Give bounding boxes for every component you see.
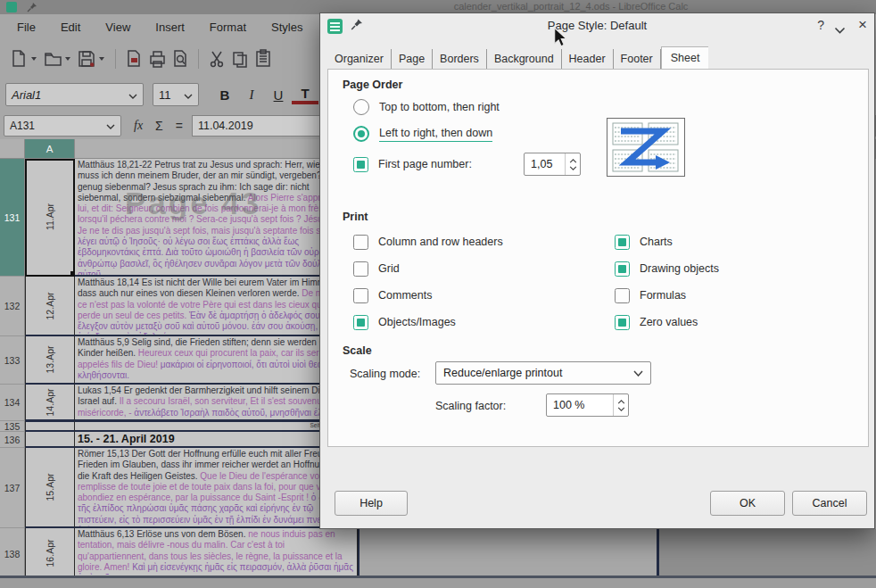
- underline-button[interactable]: U: [265, 82, 292, 107]
- sum-icon[interactable]: Σ: [155, 119, 163, 133]
- cell-b133[interactable]: Matthäus 5,9 Selig sind, die Frieden sti…: [75, 336, 358, 385]
- cell-a138[interactable]: 16.Apr: [25, 528, 75, 580]
- font-size-combo[interactable]: 11: [153, 83, 199, 106]
- function-wizard-icon[interactable]: fx: [134, 119, 143, 133]
- radio-icon[interactable]: [353, 99, 369, 115]
- menu-edit[interactable]: Edit: [51, 17, 90, 37]
- checkbox-icon[interactable]: [353, 157, 368, 172]
- checkbox-objects-images[interactable]: Objects/Images: [353, 313, 456, 331]
- menu-insert[interactable]: Insert: [145, 17, 194, 37]
- checkbox-icon[interactable]: [615, 315, 630, 330]
- cell-b135[interactable]: Seite 15 Ang: [75, 421, 358, 432]
- print-preview-icon[interactable]: [169, 47, 192, 70]
- open-dropdown-caret[interactable]: [65, 57, 70, 61]
- cut-icon[interactable]: [205, 47, 228, 70]
- print-icon[interactable]: [145, 47, 169, 70]
- cell-b131[interactable]: Matthäus 18,21-22 Petrus trat zu Jesus u…: [75, 159, 358, 277]
- checkbox-formulas[interactable]: Formulas: [615, 286, 686, 304]
- checkbox-icon[interactable]: [353, 315, 368, 330]
- tab-organizer[interactable]: Organizer: [327, 49, 392, 70]
- copy-icon[interactable]: [228, 47, 252, 70]
- checkbox-charts[interactable]: Charts: [615, 233, 673, 251]
- tab-background[interactable]: Background: [487, 49, 562, 70]
- scaling-factor-stepper[interactable]: 100 %: [546, 393, 629, 417]
- column-header-a[interactable]: A: [25, 139, 75, 159]
- ok-button[interactable]: OK: [710, 491, 785, 516]
- checkbox-comments[interactable]: Comments: [353, 286, 432, 304]
- save-icon[interactable]: [75, 47, 98, 70]
- radio-icon[interactable]: [353, 126, 369, 142]
- font-size-value: 11: [159, 88, 171, 102]
- cell-a132[interactable]: 12.Apr: [25, 277, 75, 336]
- checkbox-icon[interactable]: [615, 261, 630, 277]
- tab-borders[interactable]: Borders: [433, 49, 487, 70]
- cell-a137[interactable]: 15.Apr: [25, 448, 75, 528]
- menu-format[interactable]: Format: [200, 17, 256, 37]
- help-button[interactable]: Help: [335, 491, 408, 516]
- open-file-icon[interactable]: [41, 47, 64, 70]
- font-name-combo[interactable]: Arial1: [5, 83, 144, 106]
- row-header-138[interactable]: 138: [0, 528, 25, 580]
- cell-b132[interactable]: Matthäus 18,14 Es ist nicht der Wille be…: [75, 277, 358, 336]
- row-header-134[interactable]: 134: [0, 385, 25, 421]
- name-box[interactable]: A131: [4, 115, 121, 137]
- new-document-icon[interactable]: [7, 47, 30, 70]
- dialog-titlebar[interactable]: Page Style: Default ? ×: [320, 13, 874, 40]
- select-all-corner[interactable]: [0, 139, 25, 159]
- spinner-buttons[interactable]: [613, 394, 628, 416]
- export-pdf-icon[interactable]: [122, 47, 145, 70]
- cell-b137[interactable]: Römer 15,13 Der Gott der Hoffnung erfüll…: [75, 448, 358, 528]
- scaling-mode-select[interactable]: Reduce/enlarge printout: [435, 361, 651, 385]
- menu-file[interactable]: File: [7, 17, 45, 37]
- fill-handle[interactable]: [70, 271, 75, 276]
- row-header-135[interactable]: 135: [0, 421, 25, 432]
- italic-button[interactable]: I: [238, 82, 265, 107]
- cell-a136[interactable]: [25, 432, 75, 448]
- radio-top-to-bottom[interactable]: Top to bottom, then right: [353, 98, 500, 116]
- radio-left-to-right[interactable]: Left to right, then down: [353, 125, 492, 143]
- row-header-136[interactable]: 136: [0, 432, 25, 448]
- equals-icon[interactable]: =: [176, 119, 183, 133]
- dialog-help-icon[interactable]: ?: [817, 18, 824, 32]
- first-page-number-row[interactable]: First page number:: [353, 155, 472, 173]
- tab-page[interactable]: Page: [392, 49, 433, 70]
- tab-footer[interactable]: Footer: [614, 49, 661, 70]
- cell-a135[interactable]: [25, 421, 75, 432]
- bold-button[interactable]: B: [211, 82, 238, 107]
- shade-chevron-icon[interactable]: [834, 21, 846, 37]
- checkbox-icon[interactable]: [353, 288, 368, 303]
- save-dropdown-caret[interactable]: [99, 57, 104, 61]
- page-style-dialog: Page Style: Default ? × Organizer Page B…: [319, 12, 875, 529]
- checkbox-zero-values[interactable]: Zero values: [615, 313, 698, 331]
- tab-sheet[interactable]: Sheet: [661, 46, 709, 70]
- cell-a131[interactable]: 11.Apr: [25, 159, 75, 277]
- row-header-137[interactable]: 137: [0, 448, 25, 528]
- tab-header[interactable]: Header: [562, 49, 614, 70]
- checkbox-grid[interactable]: Grid: [353, 260, 400, 277]
- pin-icon[interactable]: [351, 18, 363, 35]
- row-header-131[interactable]: 131: [0, 159, 25, 277]
- cell-a134[interactable]: 14.Apr: [25, 385, 75, 421]
- cell-b138[interactable]: Matthäus 6,13 Erlöse uns von dem Bösen. …: [75, 528, 358, 580]
- checkbox-icon[interactable]: [353, 235, 368, 250]
- checkbox-icon[interactable]: [353, 261, 368, 277]
- cell-a133[interactable]: 13.Apr: [25, 336, 75, 385]
- cancel-button[interactable]: Cancel: [792, 491, 867, 516]
- first-page-number-stepper[interactable]: 1,05: [524, 153, 581, 176]
- chevron-down-icon: [184, 88, 193, 102]
- checkbox-icon[interactable]: [615, 235, 630, 250]
- font-color-button[interactable]: T: [292, 85, 318, 104]
- checkbox-icon[interactable]: [615, 288, 630, 303]
- spinner-buttons[interactable]: [565, 153, 580, 175]
- menu-view[interactable]: View: [95, 17, 140, 37]
- checkbox-drawing-objects[interactable]: Drawing objects: [615, 260, 719, 277]
- new-dropdown-caret[interactable]: [31, 57, 37, 61]
- cell-b134[interactable]: Lukas 1,54 Er gedenkt der Barmherzigkeit…: [75, 385, 358, 421]
- row-header-132[interactable]: 132: [0, 277, 25, 336]
- cell-b136[interactable]: 15. - 21. April 2019: [75, 432, 358, 448]
- checkbox-column-row-headers[interactable]: Column and row headers: [353, 233, 503, 251]
- row-header-133[interactable]: 133: [0, 336, 25, 385]
- menu-styles[interactable]: Styles: [261, 17, 312, 37]
- close-icon[interactable]: ×: [858, 16, 867, 34]
- paste-icon[interactable]: [252, 47, 275, 70]
